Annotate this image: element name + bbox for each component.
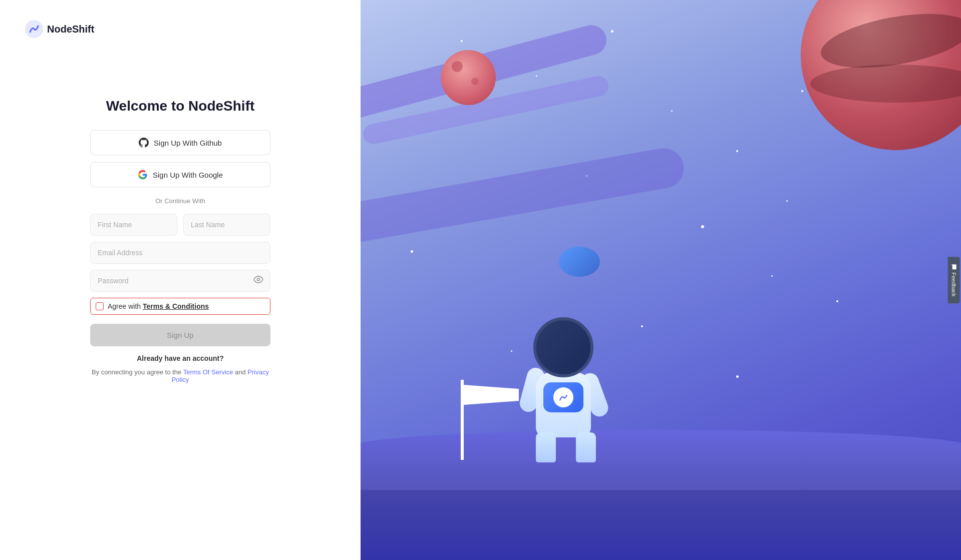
email-input[interactable] <box>90 242 270 264</box>
star <box>611 30 613 33</box>
ground <box>361 450 961 560</box>
last-name-input[interactable] <box>183 214 270 236</box>
terms-row: Agree with Terms & Conditions <box>90 298 270 315</box>
google-icon <box>138 170 148 180</box>
feedback-label: Feedback <box>950 272 956 296</box>
star <box>771 275 773 277</box>
github-icon <box>139 138 149 148</box>
password-input[interactable] <box>90 270 270 292</box>
terms-label: Agree with Terms & Conditions <box>108 302 209 310</box>
signup-button[interactable]: Sign Up <box>90 324 270 346</box>
astronaut-visor <box>559 247 600 277</box>
streak-3 <box>361 145 687 245</box>
moon-small <box>441 50 496 105</box>
google-signup-button[interactable]: Sign Up With Google <box>90 162 270 187</box>
form-container: Welcome to NodeShift Sign Up With Github… <box>90 98 270 383</box>
star <box>536 75 537 77</box>
astronaut-chest-logo <box>553 387 573 407</box>
feedback-tab[interactable]: Feedback <box>947 257 959 303</box>
password-toggle-icon[interactable] <box>253 275 263 287</box>
sign-pole <box>461 380 464 460</box>
google-btn-label: Sign Up With Google <box>153 171 223 179</box>
feedback-icon <box>950 264 956 270</box>
terms-link[interactable]: Terms & Conditions <box>143 302 209 310</box>
sign-flag <box>464 385 519 405</box>
svg-point-1 <box>257 278 260 281</box>
name-row <box>90 214 270 236</box>
star <box>736 150 738 152</box>
star <box>786 200 788 202</box>
right-panel <box>361 0 961 560</box>
star <box>461 40 463 42</box>
first-name-input[interactable] <box>90 214 177 236</box>
star <box>641 325 643 327</box>
github-btn-label: Sign Up With Github <box>154 139 222 147</box>
email-wrapper <box>90 242 270 264</box>
password-wrapper <box>90 270 270 292</box>
star <box>836 300 838 302</box>
github-signup-button[interactable]: Sign Up With Github <box>90 130 270 155</box>
astronaut-left-leg <box>536 432 556 462</box>
divider-text: Or Continue With <box>155 197 205 205</box>
terms-of-service-link[interactable]: Terms Of Service <box>183 368 233 376</box>
page-title: Welcome to NodeShift <box>106 98 255 114</box>
star <box>701 225 704 228</box>
astronaut <box>521 332 611 462</box>
astronaut-helmet <box>533 317 593 377</box>
terms-checkbox[interactable] <box>96 302 104 310</box>
star <box>511 350 512 352</box>
left-panel: NodeShift Welcome to NodeShift Sign Up W… <box>0 0 361 560</box>
logo-text: NodeShift <box>47 24 94 35</box>
star <box>411 250 413 253</box>
planet-large <box>801 0 961 150</box>
logo-area: NodeShift <box>25 20 336 38</box>
nodeshift-logo-icon <box>25 20 43 38</box>
already-account-text: Already have an account? <box>137 354 224 362</box>
footer-text: By connecting you agree to the Terms Of … <box>90 368 270 383</box>
star <box>736 375 739 378</box>
star <box>671 110 673 112</box>
astronaut-right-leg <box>576 432 596 462</box>
star <box>801 90 803 92</box>
signpost <box>461 380 464 460</box>
